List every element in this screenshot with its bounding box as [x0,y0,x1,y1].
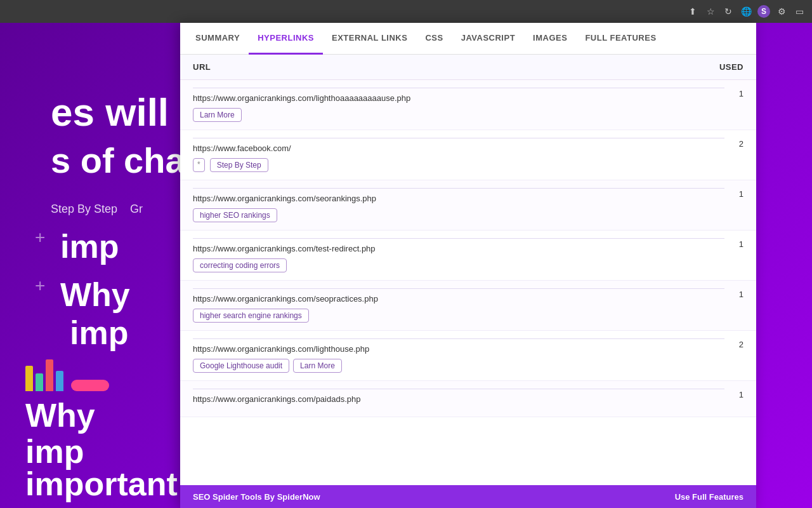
table-row: https://www.organicrankings.com/lighthoa… [180,80,756,130]
tag-higher-seo-rankings: higher SEO rankings [193,208,277,222]
browser-chrome: ⬆ ☆ ↻ 🌐 S ⚙ ▭ [0,0,812,23]
row-divider-6 [193,338,724,339]
tab-images[interactable]: IMAGES [524,23,576,55]
hyperlinks-table: https://www.organicrankings.com/lighthoa… [180,80,756,485]
bg-why2-line2: imp [60,314,128,351]
header-used-label: USED [719,62,743,72]
deco-pill [71,380,109,391]
row-tags-1: Larn More [193,108,724,122]
use-full-features-button[interactable]: Use Full Features [675,492,743,502]
row-divider-5 [193,288,724,289]
row-left-4: https://www.organicrankings.com/test-red… [193,238,724,272]
plus-icon-1: + [35,227,45,248]
tag-step-by-step: Step By Step [210,158,268,172]
table-row: https://www.organicrankings.com/test-red… [180,231,756,281]
row-count-2: 2 [724,138,743,149]
header-url-label: URL [193,62,211,72]
tab-css[interactable]: CSS [416,23,452,55]
tag-higher-search-engine-rankings: higher search engine rankings [193,309,309,323]
deco-bar-1 [25,366,33,391]
footer-brand-text: SEO Spider Tools By SpiderNow [193,492,320,502]
tab-full-features[interactable]: FULL FEATURES [576,23,665,55]
table-row: https://www.organicrankings.com/lighthou… [180,331,756,381]
refresh-icon[interactable]: ↻ [722,5,735,18]
table-row: https://www.organicrankings.com/seopract… [180,281,756,331]
table-row: https://www.organicrankings.com/seoranki… [180,180,756,231]
step-by-step-label: Step By Step [51,203,117,216]
row-tags-2: * Step By Step [193,158,724,172]
gr-label: Gr [130,203,143,216]
panel-tabs: SUMMARY HYPERLINKS EXTERNAL LINKS CSS JA… [180,23,756,55]
row-divider-3 [193,188,724,189]
row-left-3: https://www.organicrankings.com/seoranki… [193,188,724,222]
row-divider-1 [193,88,724,88]
globe-icon[interactable]: 🌐 [740,5,752,18]
row-count-1: 1 [724,88,743,98]
tag-larn-more-6: Larn More [293,359,342,373]
tab-external-links[interactable]: EXTERNAL LINKS [323,23,416,55]
tag-google-lighthouse-audit: Google Lighthouse audit [193,359,289,373]
extension-icon[interactable]: ⚙ [775,5,788,18]
table-row: https://www.organicrankings.com/paidads.… [180,381,756,417]
tag-correcting-coding-errors: correcting coding errors [193,258,287,272]
bg-why3: Whyimp [25,398,109,470]
share-icon[interactable]: ⬆ [686,5,699,18]
star-icon[interactable]: ☆ [704,5,717,18]
bg-why1: imp [60,228,119,265]
row-divider-7 [193,389,724,389]
row-tags-6: Google Lighthouse audit Larn More [193,359,724,373]
row-count-7: 1 [724,389,743,399]
row-url-4: https://www.organicrankings.com/test-red… [193,244,724,253]
footer-brand: SpiderNow [277,492,320,502]
plus-icon-2: + [35,276,45,296]
row-count-3: 1 [724,188,743,199]
row-url-1: https://www.organicrankings.com/lighthoa… [193,93,724,103]
fullscreen-icon[interactable]: ▭ [793,5,806,18]
footer-left-text: SEO Spider Tools By [193,492,277,502]
row-count-5: 1 [724,288,743,299]
spidernow-icon[interactable]: S [757,5,770,18]
row-count-4: 1 [724,238,743,249]
tab-summary[interactable]: SUMMARY [187,23,249,55]
row-divider-2 [193,138,724,138]
hyperlinks-panel: SUMMARY HYPERLINKS EXTERNAL LINKS CSS JA… [180,23,756,508]
row-left-1: https://www.organicrankings.com/lighthoa… [193,88,724,122]
row-count-6: 2 [724,338,743,349]
tab-hyperlinks[interactable]: HYPERLINKS [249,23,323,55]
tag-larn-more-1: Larn More [193,108,242,122]
row-url-6: https://www.organicrankings.com/lighthou… [193,344,724,354]
panel-footer: SEO Spider Tools By SpiderNow Use Full F… [180,485,756,508]
row-url-7: https://www.organicrankings.com/paidads.… [193,394,724,404]
tab-javascript[interactable]: JAVASCRIPT [452,23,524,55]
deco-bar-3 [46,359,53,391]
row-url-5: https://www.organicrankings.com/seopract… [193,294,724,304]
row-left-2: https://www.facebook.com/ * Step By Step [193,138,724,172]
row-tags-3: higher SEO rankings [193,208,724,222]
table-header: URL USED [180,55,756,80]
row-divider-4 [193,238,724,239]
row-left-7: https://www.organicrankings.com/paidads.… [193,389,724,409]
deco-bar-4 [56,371,63,391]
row-tags-5: higher search engine rankings [193,309,724,323]
row-left-6: https://www.organicrankings.com/lighthou… [193,338,724,373]
table-row: https://www.facebook.com/ * Step By Step… [180,130,756,180]
bg-why2-line1: Why [60,276,130,313]
deco-bar-2 [36,373,43,391]
row-url-2: https://www.facebook.com/ [193,144,724,153]
row-tags-4: correcting coding errors [193,258,724,272]
row-url-3: https://www.organicrankings.com/seoranki… [193,194,724,203]
star-tag: * [193,158,205,172]
row-left-5: https://www.organicrankings.com/seopract… [193,288,724,323]
